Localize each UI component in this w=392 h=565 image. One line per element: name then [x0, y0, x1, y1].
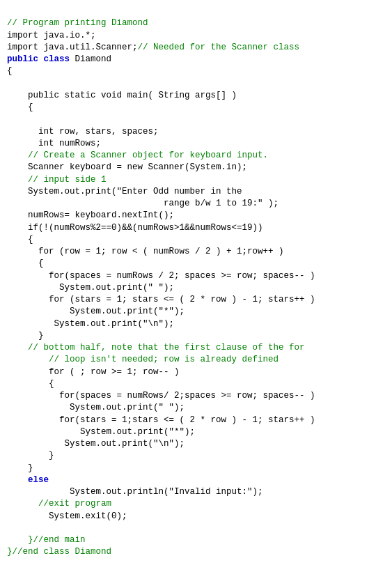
line-23: System.out.print(" ");	[7, 283, 174, 293]
line-40: System.out.println("Invalid input:");	[7, 487, 263, 497]
line-25: System.out.print("*");	[7, 307, 185, 316]
line-4: public class Diamond	[7, 54, 111, 64]
line-3: import java.util.Scanner;// Needed for t…	[7, 42, 299, 52]
line-38: }	[7, 463, 33, 473]
line-11: int numRows;	[7, 139, 101, 148]
line-8: {	[7, 102, 33, 112]
line-19: {	[7, 235, 33, 245]
line-22: for(spaces = numRows / 2; spaces >= row;…	[7, 271, 315, 281]
line-12: // Create a Scanner object for keyboard …	[7, 150, 268, 160]
line-37: }	[7, 451, 54, 460]
line-44: }//end main	[7, 535, 86, 545]
line-29: // loop isn't needed; row is already def…	[7, 355, 279, 364]
line-32: for(spaces = numRows/ 2;spaces >= row; s…	[7, 391, 315, 401]
line-42: System.exit(0);	[7, 511, 127, 521]
line-17: numRows= keyboard.nextInt();	[7, 210, 174, 220]
line-34: for(stars = 1;stars <= ( 2 * row ) - 1; …	[7, 415, 315, 425]
line-33: System.out.print(" ");	[7, 403, 185, 412]
line-13: Scanner keyboard = new Scanner(System.in…	[7, 162, 247, 172]
line-14: // input side 1	[7, 175, 107, 185]
line-35: System.out.print("*");	[7, 427, 195, 437]
line-39: else	[7, 475, 49, 485]
line-28: // bottom half, note that the first clau…	[7, 343, 305, 353]
line-2: import java.io.*;	[7, 31, 96, 40]
line-16: range b/w 1 to 19:" );	[7, 199, 279, 208]
line-10: int row, stars, spaces;	[7, 127, 159, 137]
line-41: //exit program	[7, 499, 111, 509]
line-21: {	[7, 258, 44, 268]
line-15: System.out.print("Enter Odd number in th…	[7, 187, 242, 196]
line-7: public static void main( String args[] )	[7, 91, 237, 100]
line-31: {	[7, 379, 54, 389]
code-block: // Program printing Diamond import java.…	[7, 6, 385, 559]
line-30: for ( ; row >= 1; row-- )	[7, 367, 180, 377]
line-45: }//end class Diamond	[7, 547, 111, 557]
line-26: System.out.print("\n");	[7, 319, 174, 329]
line-27: }	[7, 331, 44, 341]
line-18: if(!(numRows%2==0)&&(numRows>1&&numRows<…	[7, 223, 263, 233]
line-1: // Program printing Diamond	[7, 18, 148, 28]
line-20: for (row = 1; row < ( numRows / 2 ) + 1;…	[7, 247, 284, 256]
line-24: for (stars = 1; stars <= ( 2 * row ) - 1…	[7, 295, 315, 304]
line-36: System.out.print("\n");	[7, 439, 185, 449]
line-5: {	[7, 66, 13, 76]
